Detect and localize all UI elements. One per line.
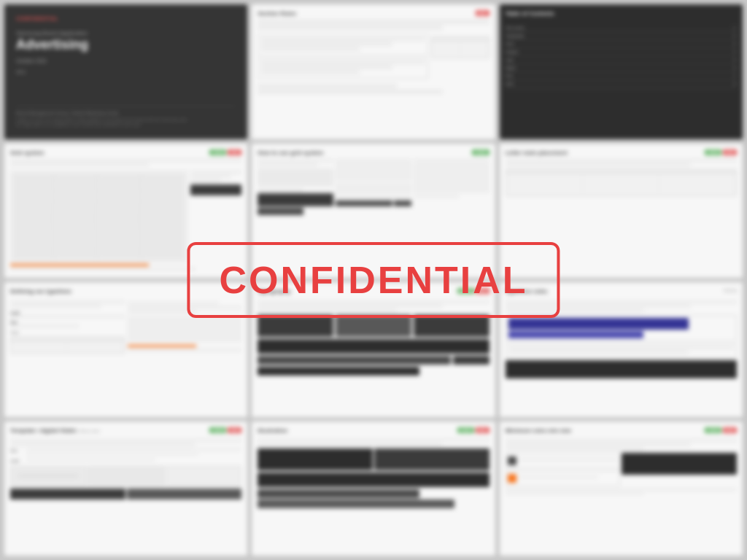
cover-title: Advertising (16, 38, 236, 52)
slide-badge-red: BAD (476, 10, 489, 16)
badge-good-6: GOOD (457, 427, 474, 433)
slide-center-title: Typography (258, 288, 290, 295)
slide-cover: CONFIDENTIAL Samsung Brand Application A… (4, 4, 247, 139)
slide-defining-title: Defining our typelines (10, 288, 71, 295)
slide-typelines-title: Typelines rules (506, 288, 548, 295)
cover-brand-subtitle: Samsung Brand Application (16, 30, 236, 36)
slide-how-to-use: How to use grid system GOOD (252, 144, 495, 279)
slide-toc: Table of Contents Grid system01 Typograp… (500, 4, 743, 139)
slide-illustration-title: Illustration (258, 427, 287, 434)
badge-good-2: GOOD (472, 149, 489, 155)
cover-version: v4.1 (16, 69, 236, 74)
cover-brand-groups: Brand Management Group | Global Marketin… (16, 111, 236, 115)
badge-bad-7: BAD (723, 427, 737, 433)
cover-confidential: CONFIDENTIAL (16, 16, 236, 21)
badge-good-4: GOOD (457, 288, 474, 294)
slides-background: CONFIDENTIAL Samsung Brand Application A… (0, 0, 747, 560)
cover-footer-text2: No usage rights on our guidelines must e… (16, 122, 236, 128)
slide-minimum: Minimum rules min size GOOD BAD (500, 421, 743, 556)
slide-grid-system: Grid system GOOD BAD (4, 144, 247, 279)
slide-letter-title: Letter main placement (506, 149, 568, 156)
slide-grid-title: Grid system (10, 149, 44, 156)
slide-section-title: Section Rules (258, 10, 296, 17)
badge-bad-5: BAD (228, 427, 241, 433)
slide-minimum-title: Minimum rules min size (506, 427, 571, 434)
slide-letter-main: Letter main placement GOOD BAD (500, 144, 743, 279)
slide-toc-title: Table of Contents (506, 10, 554, 17)
slide-template: Template / digital+Static Various sizes … (4, 421, 247, 556)
badge-good: GOOD (209, 149, 226, 155)
badge-bad: BAD (228, 149, 241, 155)
slide-center: Typography GOOD BAD (252, 282, 495, 417)
badge-good-5: GOOD (209, 427, 226, 433)
cover-date: October 2021 (16, 58, 236, 63)
slide-template-title: Template / digital+Static Various sizes (10, 427, 100, 434)
slide-howto-title: How to use grid system (258, 149, 323, 156)
slide-illustration: Illustration GOOD BAD (252, 421, 495, 556)
badge-bad-4: BAD (476, 288, 489, 294)
badge-good-3: GOOD (705, 149, 721, 155)
slide-typelines: Typelines rules Spacing (500, 282, 743, 417)
badge-bad-6: BAD (476, 427, 489, 433)
badge-good-7: GOOD (705, 427, 721, 433)
slide-defining: Defining our typelines Label Sub Table (4, 282, 247, 417)
badge-bad-3: BAD (723, 149, 737, 155)
slide-section-rules: Section Rules BAD (252, 4, 495, 139)
cover-footer: Brand Management Group | Global Marketin… (16, 106, 236, 128)
cover-footer-text1: Images are only to be viewed before medi… (16, 117, 236, 122)
